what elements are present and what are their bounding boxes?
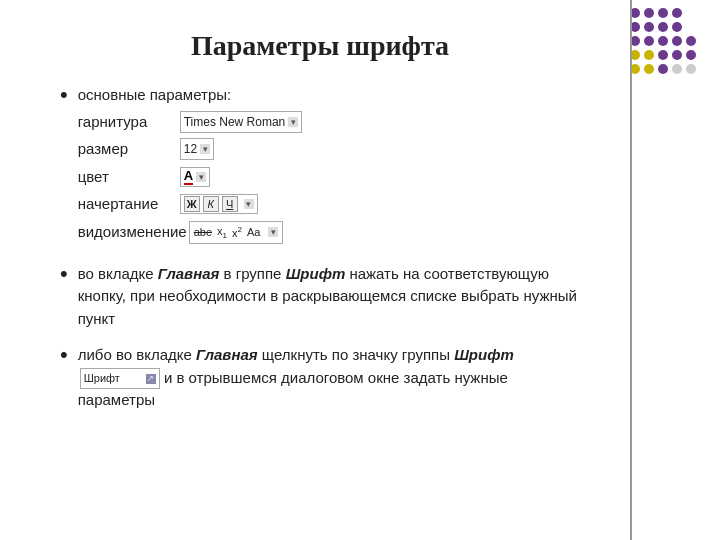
decoration-dot — [658, 22, 668, 32]
bullet-content-1: основные параметры: гарнитура Times New … — [78, 84, 580, 249]
decoration-dot — [686, 36, 696, 46]
decoration-dot — [686, 8, 696, 18]
label-vidoizmenenie: видоизменение — [78, 221, 187, 244]
sub-item-tsvet: цвет A ▾ — [78, 166, 580, 189]
sub-list: гарнитура Times New Roman ▾ размер 12 ▾ — [78, 111, 580, 244]
bullet-item-3: • либо во вкладке Главная щелкнуть по зн… — [60, 344, 580, 412]
widget-format: Ж К Ч ▾ — [180, 194, 258, 214]
color-letter-a: A — [184, 169, 193, 185]
mod-aa: Aa — [247, 224, 260, 241]
decoration-dot — [644, 64, 654, 74]
bullet-dot-1: • — [60, 82, 68, 108]
decoration-dot — [658, 36, 668, 46]
dialog-open-arrow[interactable]: ↗ — [146, 374, 156, 384]
color-dropdown-arrow[interactable]: ▾ — [196, 172, 206, 182]
decoration-dot — [700, 50, 710, 60]
decoration-dot — [686, 50, 696, 60]
decoration-dot — [644, 36, 654, 46]
bullet-item-2: • во вкладке Главная в группе Шрифт нажа… — [60, 263, 580, 331]
widget-mod[interactable]: abe x1 x2 Aa ▾ — [189, 221, 284, 244]
bullet2-glavnaya: Главная — [158, 265, 220, 282]
decoration-dot — [672, 50, 682, 60]
bullet3-glavnaya: Главная — [196, 346, 258, 363]
bullet3-text-pre2: щелкнуть по значку группы — [258, 346, 455, 363]
decoration-dot — [672, 8, 682, 18]
format-italic-button[interactable]: К — [203, 196, 219, 212]
decoration-dot — [672, 64, 682, 74]
mod-superscript: x2 — [232, 224, 242, 241]
size-value: 12 — [184, 140, 197, 158]
decoration-dot — [644, 8, 654, 18]
label-garnitura: гарнитура — [78, 111, 178, 134]
widget-dialog-shrift[interactable]: Шрифт ↗ — [80, 368, 160, 389]
decoration-dot — [644, 22, 654, 32]
label-nachertanie: начертание — [78, 193, 178, 216]
decoration-dot — [700, 22, 710, 32]
widget-size[interactable]: 12 ▾ — [180, 138, 214, 160]
sub-item-nachertanie: начертание Ж К Ч ▾ — [78, 193, 580, 216]
decoration-dot — [686, 64, 696, 74]
bullet-text-1: основные параметры: — [78, 86, 231, 103]
format-bold-button[interactable]: Ж — [184, 196, 200, 212]
bullet2-text-pre1: во вкладке — [78, 265, 158, 282]
decoration-dot — [700, 8, 710, 18]
bullet-content-3: либо во вкладке Главная щелкнуть по знач… — [78, 344, 580, 412]
widget-color[interactable]: A ▾ — [180, 167, 210, 187]
decoration-dot — [672, 36, 682, 46]
mod-strikethrough: abe — [194, 224, 212, 241]
right-border-line — [630, 0, 632, 540]
label-razmer: размер — [78, 138, 178, 161]
sub-item-garnitura: гарнитура Times New Roman ▾ — [78, 111, 580, 134]
bullet-dot-3: • — [60, 342, 68, 368]
font-name-value: Times New Roman — [184, 113, 286, 131]
decoration-dot — [686, 22, 696, 32]
sub-item-vidoizmenenie: видоизменение abe x1 x2 Aa ▾ — [78, 221, 580, 244]
size-dropdown-arrow[interactable]: ▾ — [200, 144, 210, 154]
bullet-item-1: • основные параметры: гарнитура Times Ne… — [60, 84, 580, 249]
decoration-dot — [658, 50, 668, 60]
format-dropdown-arrow[interactable]: ▾ — [244, 199, 254, 209]
decoration-dot — [658, 8, 668, 18]
bullet-dot-2: • — [60, 261, 68, 287]
font-dropdown-arrow[interactable]: ▾ — [288, 117, 298, 127]
decoration-dot — [644, 50, 654, 60]
bullet2-text-pre2: в группе — [219, 265, 285, 282]
decoration-dot — [658, 64, 668, 74]
decoration-dot — [700, 36, 710, 46]
sub-item-razmer: размер 12 ▾ — [78, 138, 580, 161]
decoration-dot — [700, 64, 710, 74]
widget-font[interactable]: Times New Roman ▾ — [180, 111, 303, 133]
mod-subscript: x1 — [217, 223, 227, 242]
slide-container: Параметры шрифта • основные параметры: г… — [0, 0, 720, 540]
bullet-content-2: во вкладке Главная в группе Шрифт нажать… — [78, 263, 580, 331]
slide-title: Параметры шрифта — [50, 30, 670, 62]
bullet3-shrift: Шрифт — [454, 346, 514, 363]
slide-content: • основные параметры: гарнитура Times Ne… — [50, 84, 670, 412]
dialog-label: Шрифт — [84, 370, 120, 387]
bullet3-text-pre1: либо во вкладке — [78, 346, 196, 363]
dots-decoration — [630, 8, 712, 76]
bullet2-shrift: Шрифт — [286, 265, 346, 282]
decoration-dot — [672, 22, 682, 32]
label-tsvet: цвет — [78, 166, 178, 189]
mod-dropdown-arrow[interactable]: ▾ — [268, 227, 278, 237]
format-underline-button[interactable]: Ч — [222, 196, 238, 212]
